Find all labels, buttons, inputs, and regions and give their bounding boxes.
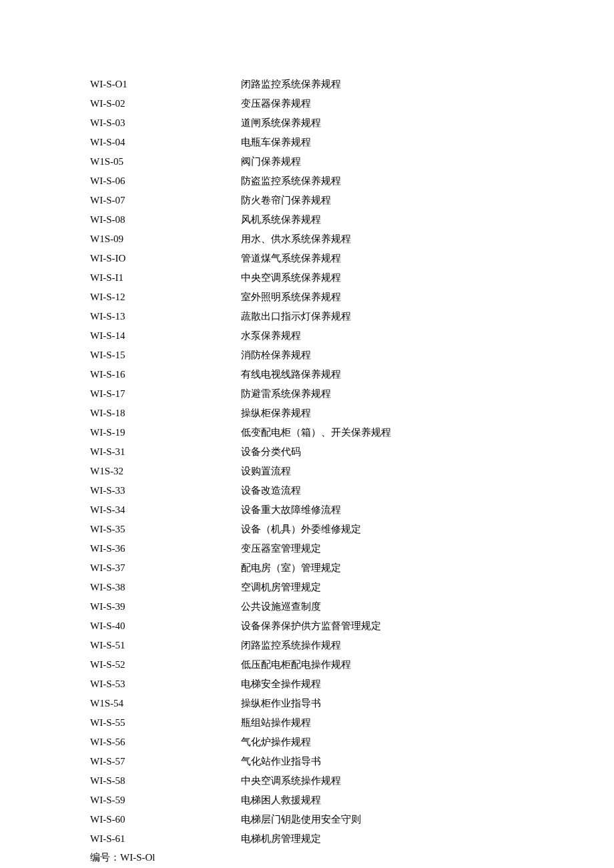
item-code: WI-S-03 — [90, 113, 241, 133]
item-code: WI-S-59 — [90, 791, 241, 810]
list-item: WI-S-12室外照明系统保养规程 — [90, 288, 547, 307]
item-title: 变压器室管理规定 — [241, 539, 547, 558]
item-code: WI-S-51 — [90, 636, 241, 655]
list-item: WI-S-15消防栓保养规程 — [90, 346, 547, 365]
item-title: 中央空调系统操作规程 — [241, 771, 547, 791]
item-title: 设备（机具）外委维修规定 — [241, 520, 547, 539]
item-title: 消防栓保养规程 — [241, 346, 547, 365]
list-item: WI-S-08风机系统保养规程 — [90, 210, 547, 230]
item-title: 电梯安全操作规程 — [241, 675, 547, 694]
item-title: 阀门保养规程 — [241, 152, 547, 171]
list-item: WI-S-51闭路监控系统操作规程 — [90, 636, 547, 655]
list-item: WI-S-56气化炉操作规程 — [90, 733, 547, 752]
item-title: 电瓶车保养规程 — [241, 133, 547, 152]
item-code: WI-S-57 — [90, 752, 241, 771]
list-item: W1S-32设购置流程 — [90, 462, 547, 481]
list-item: WI-S-O1闭路监控系统保养规程 — [90, 75, 547, 94]
item-code: WI-S-O1 — [90, 75, 241, 94]
list-item: WI-S-02变压器保养规程 — [90, 94, 547, 113]
item-code: WI-S-02 — [90, 94, 241, 113]
item-title: 空调机房管理规定 — [241, 578, 547, 597]
item-code: WI-S-07 — [90, 191, 241, 210]
list-item: WI-S-I1中央空调系统保养规程 — [90, 268, 547, 288]
item-title: 闭路监控系统保养规程 — [241, 75, 547, 94]
list-item: WI-S-06防盗监控系统保养规程 — [90, 171, 547, 191]
item-code: WI-S-33 — [90, 481, 241, 500]
list-item: WI-S-58中央空调系统操作规程 — [90, 771, 547, 791]
item-code: W1S-05 — [90, 152, 241, 171]
item-title: 瓶组站操作规程 — [241, 713, 547, 733]
item-code: WI-S-18 — [90, 404, 241, 423]
item-code: WI-S-15 — [90, 346, 241, 365]
item-code: WI-S-14 — [90, 326, 241, 346]
item-title: 操纵柜作业指导书 — [241, 694, 547, 713]
item-code: WI-S-36 — [90, 539, 241, 558]
list-item: WI-S-14水泵保养规程 — [90, 326, 547, 346]
item-code: WI-S-06 — [90, 171, 241, 191]
item-title: 设备保养保护供方监督管理规定 — [241, 616, 547, 636]
item-title: 设备分类代码 — [241, 442, 547, 462]
list-item: WI-S-39公共设施巡查制度 — [90, 597, 547, 616]
list-item: WI-S-03道闸系统保养规程 — [90, 113, 547, 133]
list-item: W1S-05阀门保养规程 — [90, 152, 547, 171]
document-list: WI-S-O1闭路监控系统保养规程WI-S-02变压器保养规程WI-S-03道闸… — [90, 75, 547, 849]
item-title: 配电房（室）管理规定 — [241, 558, 547, 578]
item-code: WI-S-58 — [90, 771, 241, 791]
item-title: 公共设施巡查制度 — [241, 597, 547, 616]
list-item: W1S-09用水、供水系统保养规程 — [90, 230, 547, 249]
item-title: 防盗监控系统保养规程 — [241, 171, 547, 191]
list-item: WI-S-57气化站作业指导书 — [90, 752, 547, 771]
item-title: 气化站作业指导书 — [241, 752, 547, 771]
item-code: WI-S-35 — [90, 520, 241, 539]
item-code: WI-S-61 — [90, 829, 241, 849]
list-item: WI-S-IO管道煤气系统保养规程 — [90, 249, 547, 268]
item-code: WI-S-39 — [90, 597, 241, 616]
item-code: WI-S-55 — [90, 713, 241, 733]
item-code: WI-S-I1 — [90, 268, 241, 288]
list-item: WI-S-04电瓶车保养规程 — [90, 133, 547, 152]
list-item: WI-S-19低变配电柜（箱）、开关保养规程 — [90, 423, 547, 442]
item-code: WI-S-16 — [90, 365, 241, 384]
item-title: 中央空调系统保养规程 — [241, 268, 547, 288]
item-code: W1S-54 — [90, 694, 241, 713]
list-item: WI-S-34设备重大故障维修流程 — [90, 500, 547, 520]
list-item: WI-S-31设备分类代码 — [90, 442, 547, 462]
list-item: WI-S-33设备改造流程 — [90, 481, 547, 500]
list-item: WI-S-40设备保养保护供方监督管理规定 — [90, 616, 547, 636]
item-title: 气化炉操作规程 — [241, 733, 547, 752]
item-title: 道闸系统保养规程 — [241, 113, 547, 133]
list-item: WI-S-18操纵柜保养规程 — [90, 404, 547, 423]
item-title: 闭路监控系统操作规程 — [241, 636, 547, 655]
list-item: WI-S-61电梯机房管理规定 — [90, 829, 547, 849]
item-code: WI-S-08 — [90, 210, 241, 230]
item-title: 设购置流程 — [241, 462, 547, 481]
item-title: 风机系统保养规程 — [241, 210, 547, 230]
item-title: 室外照明系统保养规程 — [241, 288, 547, 307]
item-title: 低变配电柜（箱）、开关保养规程 — [241, 423, 547, 442]
item-title: 电梯困人救援规程 — [241, 791, 547, 810]
item-code: WI-S-31 — [90, 442, 241, 462]
list-item: WI-S-07防火卷帘门保养规程 — [90, 191, 547, 210]
item-title: 电梯层门钥匙使用安全守则 — [241, 810, 547, 829]
item-code: WI-S-52 — [90, 655, 241, 675]
item-code: WI-S-60 — [90, 810, 241, 829]
item-title: 蔬散出口指示灯保养规程 — [241, 307, 547, 326]
item-title: 防避雷系统保养规程 — [241, 384, 547, 404]
item-code: WI-S-17 — [90, 384, 241, 404]
item-title: 管道煤气系统保养规程 — [241, 249, 547, 268]
item-title: 低压配电柜配电操作规程 — [241, 655, 547, 675]
list-item: WI-S-16有线电视线路保养规程 — [90, 365, 547, 384]
document-number: 编号：WI-S-Ol — [90, 849, 547, 866]
item-title: 有线电视线路保养规程 — [241, 365, 547, 384]
item-title: 设备改造流程 — [241, 481, 547, 500]
list-item: WI-S-36变压器室管理规定 — [90, 539, 547, 558]
list-item: WI-S-17防避雷系统保养规程 — [90, 384, 547, 404]
item-title: 操纵柜保养规程 — [241, 404, 547, 423]
item-code: W1S-09 — [90, 230, 241, 249]
list-item: WI-S-55瓶组站操作规程 — [90, 713, 547, 733]
item-code: WI-S-53 — [90, 675, 241, 694]
item-title: 防火卷帘门保养规程 — [241, 191, 547, 210]
item-code: WI-S-40 — [90, 616, 241, 636]
list-item: WI-S-38空调机房管理规定 — [90, 578, 547, 597]
list-item: WI-S-37配电房（室）管理规定 — [90, 558, 547, 578]
